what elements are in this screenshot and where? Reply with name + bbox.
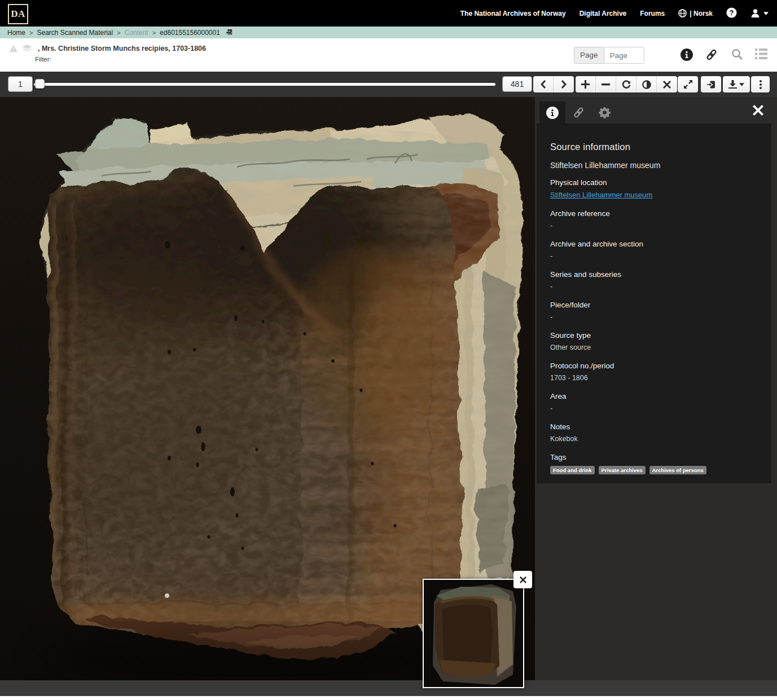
svg-text:?: ?: [730, 8, 734, 16]
